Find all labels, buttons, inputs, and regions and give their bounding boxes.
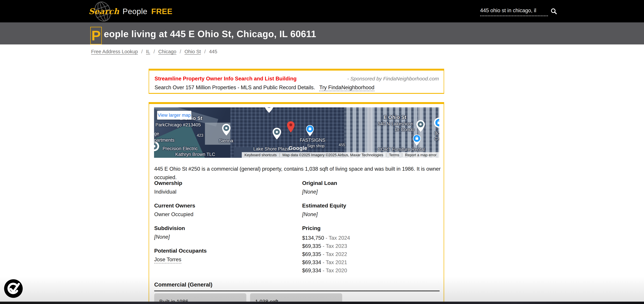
- map-label-poi: Sienna: [219, 138, 233, 144]
- breadcrumb-ohio-st[interactable]: Ohio St: [184, 49, 201, 54]
- logo-word-search: Search: [88, 7, 119, 16]
- tax-year: - Tax 2024: [326, 235, 350, 241]
- map-label-poi-sub: Sign shop: [307, 144, 324, 148]
- pricing-row: $69,334 - Tax 2020: [302, 266, 440, 275]
- map-label-address: 423: [197, 133, 203, 138]
- map-label-poi: Precision Electric: [162, 146, 198, 151]
- occupant-link-jose-torres[interactable]: Jose Torres: [154, 256, 181, 264]
- search-icon[interactable]: [550, 8, 557, 14]
- section-current-owners: Current Owners Owner Occupied: [154, 202, 297, 218]
- google-logo[interactable]: Google: [288, 145, 307, 151]
- section-original-loan: Original Loan [None]: [302, 180, 440, 195]
- commercial-heading: Commercial (General): [154, 282, 440, 288]
- map-label-poi: Dr Condo: [394, 127, 414, 132]
- terms-link[interactable]: Terms: [386, 153, 402, 157]
- section-value: Owner Occupied: [154, 212, 297, 218]
- header-search: [480, 8, 557, 16]
- breadcrumb-separator: /: [204, 49, 206, 54]
- poi-pin-sienna-icon[interactable]: [222, 124, 231, 136]
- breadcrumb-separator: /: [180, 49, 181, 54]
- section-divider: [154, 290, 440, 291]
- section-value: Individual: [154, 189, 297, 195]
- sponsor-headline[interactable]: Streamline Property Owner Info Search an…: [154, 76, 296, 82]
- section-potential-occupants: Potential Occupants Jose Torres: [154, 248, 297, 262]
- breadcrumb: Free Address Lookup / IL / Chicago / Ohi…: [91, 49, 217, 54]
- shopping-pin-cort-icon[interactable]: [412, 134, 422, 146]
- breadcrumb-free-address-lookup[interactable]: Free Address Lookup: [91, 49, 138, 54]
- tax-year: - Tax 2022: [323, 251, 347, 257]
- destination-pin-icon[interactable]: [287, 121, 295, 137]
- dropcap-letter: P: [92, 29, 101, 42]
- view-larger-map-button[interactable]: View larger map: [157, 111, 191, 120]
- page-header: P eople living at 445 E Ohio St, Chicago…: [0, 22, 644, 44]
- google-map-embed[interactable]: E Ohio St ParkChicago #213405 423 Sienna…: [154, 108, 439, 158]
- section-value-none: [None]: [302, 212, 440, 218]
- poi-pin-lakeshore-condo-icon[interactable]: [416, 120, 426, 132]
- map-label-poi: CORT Furniture Rental: [378, 147, 425, 152]
- map-label-poi: FASTSIGNS: [300, 138, 326, 143]
- pricing-row: $69,334 - Tax 2021: [302, 258, 440, 266]
- sponsor-link[interactable]: Try FindaNeighborhood: [319, 84, 374, 91]
- breadcrumb-il[interactable]: IL: [146, 49, 150, 54]
- site-logo[interactable]: Search People FREE: [88, 1, 172, 22]
- section-heading: Potential Occupants: [154, 248, 297, 254]
- property-description: 445 E Ohio St #250 is a commercial (gene…: [154, 165, 441, 182]
- section-value-none: [None]: [302, 189, 440, 195]
- breadcrumb-chicago[interactable]: Chicago: [158, 49, 176, 54]
- map-label-address: 455: [339, 143, 345, 147]
- map-data-credit: Map data ©2025 Imagery ©2025 Airbus, Max…: [280, 153, 386, 157]
- map-pin-partial-top-icon[interactable]: [264, 108, 274, 113]
- logo-word-people: People: [122, 7, 147, 16]
- accessibility-widget-button[interactable]: [4, 279, 23, 298]
- commercial-section: Commercial (General) Built in 1986 1,038…: [154, 282, 440, 304]
- property-content-box: E Ohio St ParkChicago #213405 423 Sienna…: [148, 102, 444, 304]
- page-title: eople living at 445 E Ohio St, Chicago, …: [104, 28, 316, 39]
- section-pricing: Pricing $134,750 - Tax 2024 $69,335 - Ta…: [302, 225, 440, 275]
- shopping-pin-fastsigns-icon[interactable]: [305, 124, 315, 137]
- section-estimated-equity: Estimated Equity [None]: [302, 202, 440, 218]
- property-details-right-column: Original Loan [None] Estimated Equity [N…: [302, 180, 440, 282]
- sponsor-headline-row: Streamline Property Owner Info Search an…: [154, 76, 439, 82]
- tax-amount: $69,334: [302, 268, 321, 274]
- map-label-poi: ge: [154, 131, 159, 136]
- search-input[interactable]: [480, 8, 548, 16]
- section-heading: Original Loan: [302, 180, 440, 186]
- tax-year: - Tax 2023: [323, 243, 347, 249]
- tax-amount: $69,335: [302, 251, 321, 257]
- spacer: [316, 84, 318, 90]
- section-value-none: [None]: [154, 234, 297, 240]
- page: Search People FREE P eople living at 445…: [0, 0, 644, 304]
- breadcrumb-separator: /: [141, 49, 143, 54]
- sponsor-body-row: Search Over 157 Million Properties - MLS…: [154, 84, 374, 90]
- map-label-poi: Bob: [434, 131, 439, 136]
- map-label-poi: partments: [154, 138, 174, 143]
- tax-year: - Tax 2021: [323, 260, 347, 265]
- pricing-row: $69,335 - Tax 2023: [302, 242, 440, 250]
- tax-year: - Tax 2020: [323, 268, 347, 274]
- map-label-poi: 540 N Lakeshore: [378, 121, 412, 126]
- footer-image-strip: [0, 302, 644, 304]
- section-heading: Estimated Equity: [302, 202, 440, 209]
- section-heading: Current Owners: [154, 202, 297, 209]
- dropcap-box: P: [90, 27, 102, 44]
- section-ownership: Ownership Individual: [154, 180, 297, 195]
- tax-amount: $134,750: [302, 235, 324, 241]
- map-label-poi: ParkChicago #213405: [156, 122, 201, 128]
- keyboard-shortcuts-link[interactable]: Keyboard shortcuts: [242, 153, 280, 157]
- tax-amount: $69,334: [302, 260, 321, 265]
- shopping-pin-partial-right-icon[interactable]: [434, 117, 439, 128]
- map-label-poi: Chi: [434, 136, 439, 142]
- pricing-row: $69,335 - Tax 2022: [302, 250, 440, 258]
- section-heading: Pricing: [302, 225, 440, 232]
- property-details-left-column: Ownership Individual Current Owners Owne…: [154, 180, 297, 270]
- report-map-error-link[interactable]: Report a map error: [402, 153, 439, 157]
- map-label-poi: Lake Shore Plaza: [253, 146, 290, 152]
- section-heading: Subdivision: [154, 225, 297, 232]
- sponsor-attribution: - Sponsored by FindaNeighborhood.com: [347, 76, 439, 82]
- section-heading: Ownership: [154, 180, 297, 186]
- breadcrumb-current-445: 445: [209, 49, 217, 54]
- logo-word-free: FREE: [150, 7, 172, 16]
- map-label-street: E Ohio St: [384, 114, 406, 120]
- tax-amount: $69,335: [302, 243, 321, 249]
- poi-pin-lake-shore-plaza-icon[interactable]: [272, 128, 282, 140]
